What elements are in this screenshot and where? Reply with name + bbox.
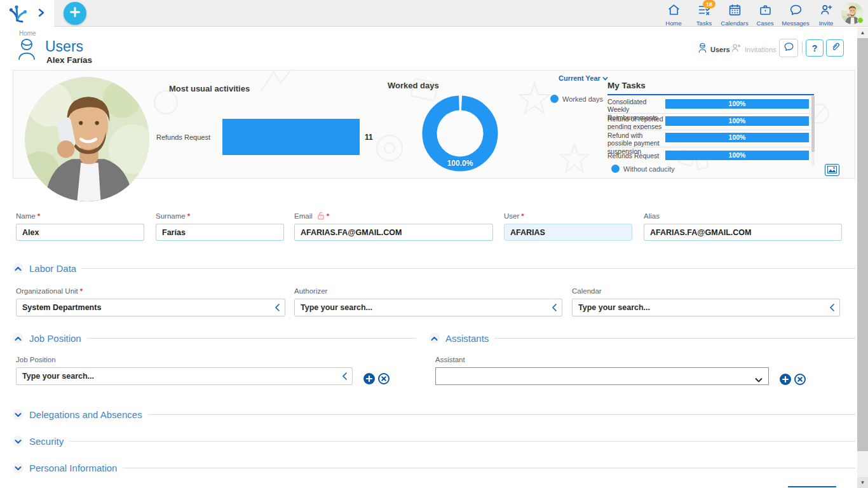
surname-input[interactable] xyxy=(156,224,284,241)
dashboard-banner: Most usual activities Refunds Request 11… xyxy=(13,70,855,179)
plus-icon xyxy=(69,6,81,20)
scrollbar-down-arrow[interactable]: ▼ xyxy=(857,477,868,488)
alias-label: Alias xyxy=(644,212,660,220)
organizational-unit-input[interactable] xyxy=(16,299,285,316)
email-field: Email * xyxy=(294,211,493,241)
nav-messages-label: Messages xyxy=(782,20,809,27)
logo-container xyxy=(0,0,54,27)
name-label: Name xyxy=(16,212,36,220)
period-selector[interactable]: Current Year xyxy=(559,74,608,82)
nav-calendars[interactable]: Calendars xyxy=(719,1,750,26)
nav-invite[interactable]: Invite xyxy=(811,1,841,26)
nav-cases[interactable]: Cases xyxy=(750,1,780,26)
lookup-chevron-icon[interactable] xyxy=(829,303,835,315)
personal-information-title[interactable]: Personal Information xyxy=(29,463,117,473)
home-icon xyxy=(667,3,681,19)
period-selector-label: Current Year xyxy=(559,74,600,82)
worked-days-legend-label: Worked days xyxy=(562,95,603,103)
comments-button[interactable] xyxy=(779,39,798,57)
section-labor-data: Labor Data xyxy=(13,263,855,274)
collapse-chevron-up-icon[interactable] xyxy=(13,333,24,344)
expand-menu-chevron-icon[interactable] xyxy=(38,8,44,20)
caducity-legend: Without caducity xyxy=(611,165,675,173)
task-progress-bar: 100% xyxy=(665,116,809,126)
image-icon xyxy=(827,165,837,176)
collapse-chevron-up-icon[interactable] xyxy=(429,333,440,344)
scrollbar-up-arrow[interactable]: ▲ xyxy=(857,27,868,38)
task-progress-bar: 100% xyxy=(665,133,809,142)
tab-users[interactable]: Users xyxy=(698,43,730,56)
nav-messages[interactable]: Messages xyxy=(780,1,811,26)
authorizer-field: Authorizer xyxy=(294,286,562,316)
nav-tasks[interactable]: 18 Tasks xyxy=(689,1,719,26)
tab-invitations[interactable]: Invitations xyxy=(731,43,776,56)
activities-bar xyxy=(222,119,360,155)
section-divider-line xyxy=(87,338,416,339)
remove-job-position-button[interactable] xyxy=(378,373,390,384)
assistant-label: Assistant xyxy=(435,356,465,363)
new-item-button[interactable] xyxy=(64,2,86,25)
organizational-unit-field: Organizational Unit* xyxy=(16,286,285,316)
name-input[interactable] xyxy=(16,224,144,241)
section-divider-line xyxy=(123,468,855,468)
page-subtitle: Alex Farías xyxy=(46,55,92,65)
invite-person-icon xyxy=(820,3,833,19)
security-title[interactable]: Security xyxy=(29,436,64,447)
attachments-button[interactable] xyxy=(826,39,844,57)
chart-image-button[interactable] xyxy=(825,164,839,176)
organizational-unit-label: Organizational Unit xyxy=(16,287,78,295)
comment-bubble-icon xyxy=(783,41,794,55)
remove-assistant-button[interactable] xyxy=(794,374,806,385)
job-position-field: Job Position xyxy=(16,355,353,385)
collapse-chevron-up-icon[interactable] xyxy=(13,263,24,274)
email-label: Email xyxy=(294,212,313,220)
job-position-input[interactable] xyxy=(16,367,353,385)
collapse-chevron-down-icon[interactable] xyxy=(13,409,24,420)
profile-photo[interactable] xyxy=(25,77,149,201)
user-input[interactable] xyxy=(504,224,632,241)
users-tab-icon xyxy=(698,43,707,56)
calendar-field: Calendar xyxy=(572,286,840,316)
lock-icon xyxy=(317,212,325,220)
lookup-chevron-icon[interactable] xyxy=(341,372,348,383)
lookup-chevron-icon[interactable] xyxy=(274,303,280,315)
task-progress-bar: 100% xyxy=(665,151,809,160)
my-tasks-scrollbar-thumb[interactable] xyxy=(811,96,815,152)
scrollbar-thumb[interactable] xyxy=(857,38,868,451)
select-chevron-down-icon xyxy=(755,374,763,385)
nav-home[interactable]: Home xyxy=(658,1,689,26)
assistant-select[interactable] xyxy=(435,367,769,385)
authorizer-input[interactable] xyxy=(294,299,562,316)
nav-tasks-label: Tasks xyxy=(696,20,712,27)
lookup-chevron-icon[interactable] xyxy=(551,303,557,315)
user-label: User xyxy=(504,212,519,220)
collapse-chevron-down-icon[interactable] xyxy=(13,436,24,447)
assistants-title[interactable]: Assistants xyxy=(445,333,489,344)
task-separator xyxy=(607,147,812,147)
user-field: User* xyxy=(504,211,632,241)
assistant-field: Assistant xyxy=(435,355,769,385)
add-job-position-button[interactable] xyxy=(363,373,375,384)
labor-data-title[interactable]: Labor Data xyxy=(29,263,76,274)
calendar-label: Calendar xyxy=(572,287,602,295)
my-tasks-scrollbar[interactable] xyxy=(811,96,815,166)
invitations-tab-icon xyxy=(731,43,742,56)
tab-users-label: Users xyxy=(710,46,730,53)
breadcrumb[interactable]: Home xyxy=(19,30,36,37)
calendar-input[interactable] xyxy=(572,299,840,316)
worked-days-percent-label: 100.0% xyxy=(421,159,499,168)
add-assistant-button[interactable] xyxy=(780,374,791,385)
job-position-title[interactable]: Job Position xyxy=(29,333,81,344)
alias-input[interactable] xyxy=(644,224,842,241)
page-scrollbar[interactable]: ▲ ▼ xyxy=(857,27,868,488)
top-bar: Home 18 Tasks xyxy=(0,0,868,27)
header-divider xyxy=(802,42,803,53)
help-button[interactable]: ? xyxy=(806,39,824,57)
task-label: Refunds Request xyxy=(607,152,663,159)
section-personal-information: Personal Information xyxy=(13,463,855,473)
collapse-chevron-down-icon[interactable] xyxy=(13,463,24,473)
delegations-title[interactable]: Delegations and Absences xyxy=(29,409,142,420)
app-logo-icon[interactable] xyxy=(8,4,29,25)
nav-calendars-label: Calendars xyxy=(721,20,748,27)
email-input[interactable] xyxy=(294,224,493,241)
